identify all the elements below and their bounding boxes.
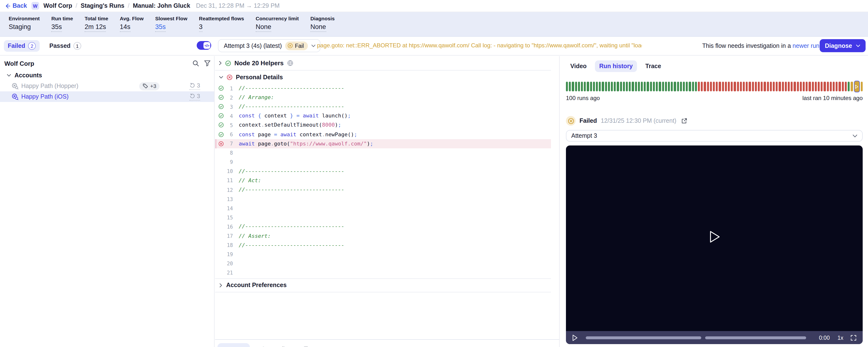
run-bar-green[interactable] bbox=[653, 82, 655, 91]
run-bar-green[interactable] bbox=[644, 82, 646, 91]
run-bar-green[interactable] bbox=[629, 82, 631, 91]
run-bar-red[interactable] bbox=[767, 82, 769, 91]
run-bar-red[interactable] bbox=[797, 82, 799, 91]
run-bar-green[interactable] bbox=[590, 82, 592, 91]
tab-trace[interactable]: Trace bbox=[641, 60, 665, 72]
tab-logs[interactable]: Logs bbox=[217, 343, 250, 347]
newer-run-link[interactable]: newer run bbox=[793, 42, 819, 49]
run-bar-green[interactable] bbox=[614, 82, 616, 91]
run-bar-amber[interactable] bbox=[861, 82, 863, 91]
play-icon[interactable] bbox=[708, 229, 721, 244]
run-bar-green[interactable] bbox=[659, 82, 661, 91]
run-bar-green[interactable] bbox=[680, 82, 682, 91]
run-bar-red[interactable] bbox=[791, 82, 793, 91]
run-bar-red[interactable] bbox=[824, 82, 826, 91]
seek-bar-segment-2[interactable] bbox=[705, 336, 806, 339]
section-account-preferences[interactable]: Account Preferences bbox=[215, 278, 551, 292]
run-bar-green[interactable] bbox=[596, 82, 598, 91]
run-bar-green[interactable] bbox=[632, 82, 634, 91]
breadcrumb-item[interactable]: Manual: John Gluck bbox=[133, 2, 190, 9]
run-bar-green[interactable] bbox=[608, 82, 610, 91]
play-button[interactable] bbox=[572, 334, 578, 341]
run-bar-green[interactable] bbox=[623, 82, 625, 91]
run-bar-green[interactable] bbox=[626, 82, 628, 91]
stat-value[interactable]: 35s bbox=[155, 23, 166, 32]
tab-details[interactable]: Details bbox=[256, 343, 292, 347]
run-bar-red[interactable] bbox=[815, 82, 817, 91]
run-bar-red[interactable] bbox=[755, 82, 757, 91]
run-bar-red[interactable] bbox=[728, 82, 730, 91]
run-bar-red[interactable] bbox=[788, 82, 790, 91]
code-view-toggle[interactable]: </> bbox=[197, 41, 211, 50]
run-bar-red[interactable] bbox=[701, 82, 703, 91]
run-bar-green[interactable] bbox=[650, 82, 652, 91]
run-bar-red[interactable] bbox=[809, 82, 811, 91]
tab-failed[interactable]: Failed2 bbox=[4, 40, 40, 52]
run-bar-red[interactable] bbox=[740, 82, 742, 91]
run-bar-red[interactable] bbox=[821, 82, 823, 91]
run-bar-red[interactable] bbox=[758, 82, 760, 91]
run-bar-red[interactable] bbox=[839, 82, 841, 91]
run-bar-green[interactable] bbox=[638, 82, 640, 91]
run-bar-green[interactable] bbox=[683, 82, 685, 91]
run-bar-green[interactable] bbox=[671, 82, 673, 91]
run-bar-red[interactable] bbox=[818, 82, 820, 91]
video-player[interactable]: 0:00 1x bbox=[566, 146, 863, 344]
run-bar-green[interactable] bbox=[656, 82, 658, 91]
run-bar-green[interactable] bbox=[578, 82, 580, 91]
run-bar-red[interactable] bbox=[743, 82, 745, 91]
run-bar-red[interactable] bbox=[761, 82, 763, 91]
run-bar-red[interactable] bbox=[842, 82, 844, 91]
fullscreen-icon[interactable] bbox=[850, 335, 857, 341]
run-bar-red[interactable] bbox=[725, 82, 727, 91]
run-bar-green[interactable] bbox=[575, 82, 577, 91]
run-bar-red[interactable] bbox=[773, 82, 775, 91]
tab-video[interactable]: Video bbox=[566, 60, 591, 72]
run-bar-red[interactable] bbox=[710, 82, 712, 91]
run-bar-green[interactable] bbox=[572, 82, 574, 91]
tab-passed[interactable]: Passed1 bbox=[45, 40, 85, 52]
attempt-select[interactable]: Attempt 3 bbox=[566, 130, 863, 141]
run-bar-green[interactable] bbox=[677, 82, 679, 91]
helpers-file-row[interactable]: Node 20 Helpers bbox=[215, 56, 551, 70]
run-bar-green[interactable] bbox=[674, 82, 676, 91]
run-bar-green[interactable] bbox=[662, 82, 664, 91]
filter-icon[interactable] bbox=[204, 60, 211, 67]
section-personal-details[interactable]: Personal Details bbox=[215, 72, 551, 83]
breadcrumb-item[interactable]: Staging's Runs bbox=[81, 2, 124, 9]
run-bar-red[interactable] bbox=[737, 82, 739, 91]
run-bar-green[interactable] bbox=[647, 82, 649, 91]
run-bar-green[interactable] bbox=[599, 82, 601, 91]
run-bar-green[interactable] bbox=[692, 82, 694, 91]
run-bar-red[interactable] bbox=[713, 82, 715, 91]
run-bar-green[interactable] bbox=[620, 82, 622, 91]
breadcrumb-item[interactable]: Wolf Corp bbox=[43, 2, 72, 9]
run-bar-current[interactable] bbox=[854, 81, 860, 92]
run-bar-green[interactable] bbox=[581, 82, 583, 91]
run-bar-green[interactable] bbox=[848, 82, 849, 91]
run-bar-red[interactable] bbox=[776, 82, 778, 91]
run-bar-red[interactable] bbox=[806, 82, 808, 91]
run-bar-green[interactable] bbox=[617, 82, 619, 91]
run-bar-green[interactable] bbox=[602, 82, 604, 91]
run-bar-red[interactable] bbox=[719, 82, 721, 91]
run-bar-red[interactable] bbox=[779, 82, 781, 91]
run-bar-red[interactable] bbox=[698, 82, 700, 91]
tab-run-history[interactable]: Run history bbox=[595, 60, 637, 72]
run-bar-red[interactable] bbox=[764, 82, 766, 91]
sidebar-group-accounts[interactable]: Accounts bbox=[0, 70, 214, 81]
back-button[interactable]: Back bbox=[5, 2, 27, 9]
attempt-dropdown-button[interactable]: Attempt 3 (4s) (latest) Fail bbox=[218, 39, 320, 52]
seek-bar-segment-1[interactable] bbox=[586, 336, 701, 339]
run-bar-red[interactable] bbox=[845, 82, 847, 91]
run-bar-green[interactable] bbox=[689, 82, 691, 91]
sidebar-item-happy-path-ios-[interactable]: Happy Path (iOS)3 bbox=[0, 91, 214, 102]
run-bar-green[interactable] bbox=[587, 82, 589, 91]
run-bar-green[interactable] bbox=[593, 82, 595, 91]
run-bar-red[interactable] bbox=[746, 82, 748, 91]
run-bar-red[interactable] bbox=[800, 82, 802, 91]
playback-speed-button[interactable]: 1x bbox=[838, 335, 843, 341]
run-bar-green[interactable] bbox=[665, 82, 667, 91]
run-bar-red[interactable] bbox=[782, 82, 784, 91]
run-bar-green[interactable] bbox=[686, 82, 688, 91]
